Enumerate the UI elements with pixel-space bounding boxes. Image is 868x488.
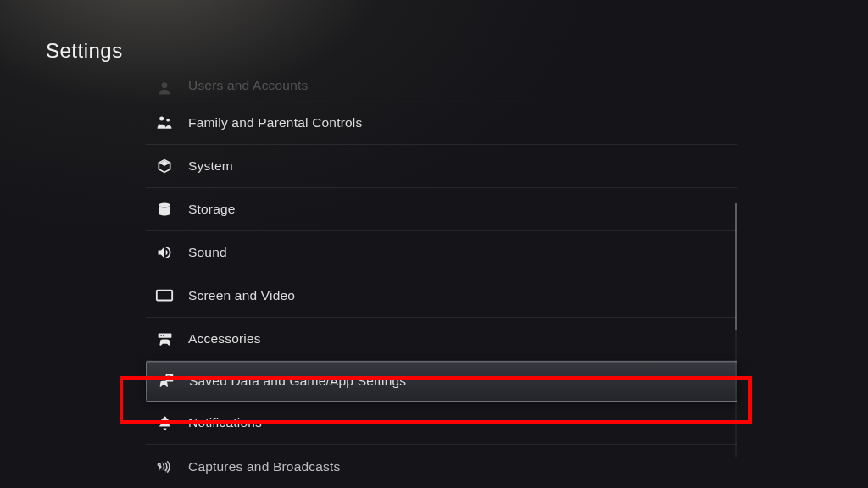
controller-icon	[154, 329, 175, 349]
svg-rect-3	[159, 125, 161, 125]
menu-item-label: Users and Accounts	[188, 78, 308, 93]
svg-point-0	[162, 82, 168, 88]
broadcast-icon	[154, 457, 175, 477]
menu-item-label: Sound	[188, 245, 227, 260]
svg-rect-6	[157, 291, 172, 301]
svg-rect-10	[165, 374, 173, 381]
user-icon	[154, 78, 175, 98]
menu-item-label: Accessories	[188, 331, 261, 347]
menu-item-label: Storage	[188, 202, 236, 217]
menu-item-label: Notifications	[188, 415, 262, 430]
screen-icon	[154, 286, 175, 306]
menu-item-family-parental[interactable]: Family and Parental Controls	[146, 102, 737, 145]
scrollbar-thumb[interactable]	[735, 203, 737, 330]
menu-item-label: System	[188, 158, 233, 174]
svg-rect-7	[158, 333, 171, 337]
menu-item-label: Saved Data and Game/App Settings	[189, 374, 406, 389]
svg-point-9	[163, 335, 164, 336]
scrollbar-track	[735, 203, 737, 458]
speaker-icon	[154, 242, 175, 263]
menu-item-sound[interactable]: Sound	[146, 231, 737, 274]
menu-item-users-accounts[interactable]: Users and Accounts	[146, 78, 737, 102]
menu-item-label: Family and Parental Controls	[188, 115, 362, 130]
storage-icon	[154, 199, 175, 219]
menu-item-label: Captures and Broadcasts	[188, 459, 341, 474]
menu-item-system[interactable]: System	[146, 145, 737, 188]
settings-menu: Users and Accounts Family and Parental C…	[146, 78, 737, 488]
family-icon	[154, 113, 175, 133]
menu-item-storage[interactable]: Storage	[146, 188, 737, 231]
svg-point-2	[166, 119, 170, 122]
saved-data-icon	[155, 371, 175, 391]
cube-icon	[154, 156, 175, 176]
page-title: Settings	[46, 39, 123, 63]
svg-rect-4	[159, 125, 161, 126]
svg-point-1	[159, 117, 164, 121]
svg-point-12	[159, 465, 161, 468]
menu-item-label: Screen and Video	[188, 288, 295, 303]
svg-point-5	[159, 203, 170, 208]
menu-item-screen-video[interactable]: Screen and Video	[146, 274, 737, 318]
menu-item-accessories[interactable]: Accessories	[146, 318, 737, 361]
svg-rect-11	[167, 375, 170, 377]
menu-item-notifications[interactable]: Notifications	[146, 402, 737, 445]
bell-icon	[154, 413, 175, 433]
menu-item-captures-broadcasts[interactable]: Captures and Broadcasts	[146, 445, 737, 488]
menu-item-saved-data[interactable]: Saved Data and Game/App Settings	[146, 361, 737, 402]
svg-point-8	[160, 335, 161, 336]
